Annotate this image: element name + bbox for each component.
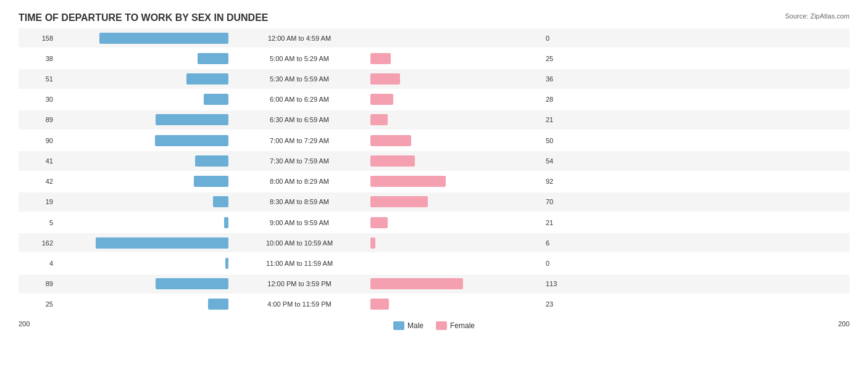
- female-bar-container: [370, 217, 543, 228]
- male-bar: [96, 237, 228, 249]
- male-value: 4: [19, 260, 56, 267]
- male-bar-container: [56, 278, 228, 289]
- female-value: 0: [543, 35, 574, 42]
- male-bar: [204, 94, 228, 105]
- table-row: 30 6:00 AM to 6:29 AM 28: [19, 90, 849, 109]
- female-bar-container: [370, 196, 543, 207]
- legend-male: Male: [393, 321, 424, 330]
- male-value: 25: [19, 300, 56, 308]
- female-bar: [370, 278, 463, 289]
- time-label: 10:00 AM to 10:59 AM: [228, 239, 370, 247]
- bottom-area: 200 Male Female 200: [19, 318, 849, 330]
- table-row: 41 7:30 AM to 7:59 AM 54: [19, 151, 849, 170]
- male-value: 38: [19, 55, 56, 62]
- axis-left-label: 200: [19, 320, 30, 328]
- female-value: 25: [543, 55, 574, 62]
- chart-area: 158 12:00 AM to 4:59 AM 0 38 5:00 AM to …: [19, 28, 849, 315]
- female-bar: [370, 237, 375, 249]
- female-value: 92: [543, 178, 574, 185]
- table-row: 4 11:00 AM to 11:59 AM 0: [19, 254, 849, 273]
- male-bar: [198, 53, 228, 64]
- male-bar-container: [56, 94, 228, 105]
- male-value: 5: [19, 219, 56, 226]
- female-value: 0: [543, 260, 574, 267]
- male-bar-container: [56, 258, 228, 269]
- male-bar-container: [56, 196, 228, 207]
- table-row: 38 5:00 AM to 5:29 AM 25: [19, 49, 849, 68]
- male-value: 30: [19, 96, 56, 103]
- time-label: 5:00 AM to 5:29 AM: [228, 55, 370, 62]
- female-bar: [370, 217, 388, 228]
- female-value: 21: [543, 116, 574, 123]
- chart-title: TIME OF DEPARTURE TO WORK BY SEX IN DUND…: [19, 12, 849, 23]
- female-value: 36: [543, 75, 574, 83]
- table-row: 25 4:00 PM to 11:59 PM 23: [19, 295, 849, 314]
- male-value: 90: [19, 137, 56, 144]
- female-value: 70: [543, 198, 574, 205]
- male-value: 41: [19, 157, 56, 165]
- female-bar: [370, 155, 415, 167]
- male-bar: [155, 135, 228, 146]
- male-bar-container: [56, 176, 228, 187]
- source-text: Source: ZipAtlas.com: [785, 12, 849, 20]
- female-value: 54: [543, 157, 574, 165]
- female-value: 28: [543, 96, 574, 103]
- male-bar: [156, 114, 228, 125]
- male-bar: [195, 155, 228, 167]
- female-bar-container: [370, 73, 543, 85]
- female-value: 23: [543, 300, 574, 308]
- male-bar-container: [56, 299, 228, 310]
- male-value: 19: [19, 198, 56, 205]
- female-value: 21: [543, 219, 574, 226]
- legend: Male Female: [393, 321, 475, 330]
- female-bar-container: [370, 155, 543, 167]
- male-value: 162: [19, 239, 56, 247]
- male-color-box: [393, 321, 404, 330]
- time-label: 11:00 AM to 11:59 AM: [228, 260, 370, 267]
- time-label: 9:00 AM to 9:59 AM: [228, 219, 370, 226]
- table-row: 162 10:00 AM to 10:59 AM 6: [19, 233, 849, 252]
- male-value: 89: [19, 280, 56, 287]
- male-value: 158: [19, 35, 56, 42]
- female-bar-container: [370, 33, 543, 44]
- time-label: 12:00 AM to 4:59 AM: [228, 35, 370, 42]
- legend-female: Female: [436, 321, 475, 330]
- male-bar-container: [56, 33, 228, 44]
- male-bar-container: [56, 114, 228, 125]
- male-bar: [224, 217, 228, 228]
- male-bar: [99, 33, 228, 44]
- time-label: 12:00 PM to 3:59 PM: [228, 280, 370, 287]
- female-bar: [370, 176, 446, 187]
- female-bar-container: [370, 114, 543, 125]
- table-row: 5 9:00 AM to 9:59 AM 21: [19, 213, 849, 232]
- female-bar: [370, 73, 400, 85]
- table-row: 89 12:00 PM to 3:59 PM 113: [19, 274, 849, 294]
- male-bar-container: [56, 53, 228, 64]
- male-bar-container: [56, 73, 228, 85]
- female-bar-container: [370, 94, 543, 105]
- time-label: 7:30 AM to 7:59 AM: [228, 157, 370, 165]
- male-bar-container: [56, 155, 228, 167]
- female-value: 50: [543, 137, 574, 144]
- male-bar: [213, 196, 228, 207]
- time-label: 8:00 AM to 8:29 AM: [228, 178, 370, 185]
- axis-right-label: 200: [838, 320, 849, 328]
- table-row: 158 12:00 AM to 4:59 AM 0: [19, 28, 849, 47]
- female-bar: [370, 94, 393, 105]
- table-row: 90 7:00 AM to 7:29 AM 50: [19, 131, 849, 150]
- female-bar: [370, 53, 391, 64]
- table-row: 42 8:00 AM to 8:29 AM 92: [19, 172, 849, 191]
- male-bar-container: [56, 237, 228, 249]
- male-value: 42: [19, 178, 56, 185]
- male-bar-container: [56, 135, 228, 146]
- female-value: 113: [543, 280, 574, 287]
- male-bar: [194, 176, 228, 187]
- female-bar: [370, 114, 388, 125]
- time-label: 6:00 AM to 6:29 AM: [228, 96, 370, 103]
- female-label: Female: [450, 321, 475, 330]
- male-bar: [186, 73, 228, 85]
- female-bar-container: [370, 299, 543, 310]
- chart-container: TIME OF DEPARTURE TO WORK BY SEX IN DUND…: [0, 0, 868, 367]
- table-row: 51 5:30 AM to 5:59 AM 36: [19, 69, 849, 88]
- time-label: 8:30 AM to 8:59 AM: [228, 198, 370, 205]
